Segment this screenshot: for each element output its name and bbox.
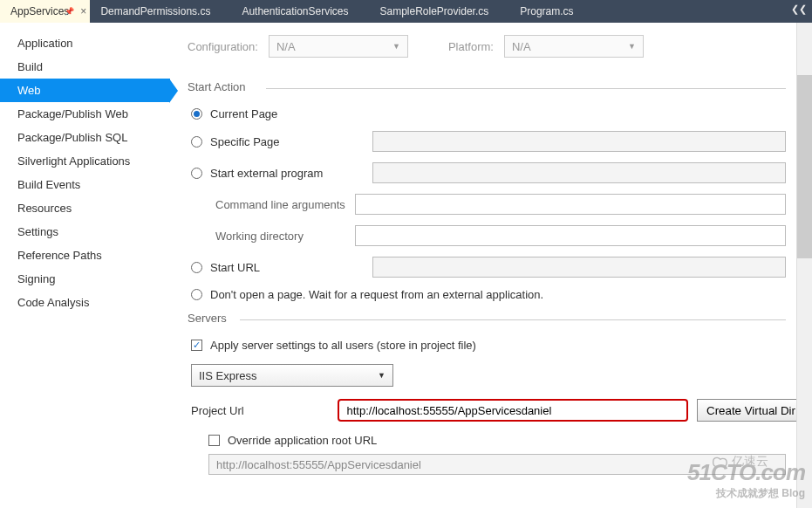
radio-dont-open-label: Don't open a page. Wait for a request fr… <box>210 288 543 301</box>
sidebar-item-code-analysis[interactable]: Code Analysis <box>0 291 170 314</box>
tab-label: DemandPermissions.cs <box>100 5 210 17</box>
create-virtual-directory-button[interactable]: Create Virtual Dir <box>697 399 805 422</box>
chevron-down-icon: ▼ <box>392 42 400 51</box>
specific-page-input[interactable] <box>372 131 786 152</box>
radio-specific-page-label: Specific Page <box>210 135 372 148</box>
document-tab-strip: AppServices 📌 × DemandPermissions.cs Aut… <box>0 0 812 23</box>
servers-heading: Servers <box>188 312 786 326</box>
tab-label: SampleRoleProvider.cs <box>380 5 489 17</box>
platform-label: Platform: <box>448 40 494 53</box>
cmdline-args-label: Command line arguments <box>215 198 355 211</box>
sidebar-item-web[interactable]: Web <box>0 79 170 102</box>
tab-program[interactable]: Program.cs <box>509 0 594 23</box>
tab-overflow-icon[interactable]: ❮❮ <box>791 3 807 15</box>
sidebar-item-package-publish-web[interactable]: Package/Publish Web <box>0 102 170 126</box>
tab-authenticationservices[interactable]: AuthenticationServices <box>231 0 369 23</box>
apply-server-settings-checkbox[interactable]: ✓ <box>191 340 202 351</box>
property-pages-sidebar: Application Build Web Package/Publish We… <box>0 23 170 508</box>
sidebar-item-resources[interactable]: Resources <box>0 196 170 220</box>
radio-start-external-label: Start external program <box>210 167 372 180</box>
sidebar-item-settings[interactable]: Settings <box>0 220 170 244</box>
sidebar-item-reference-paths[interactable]: Reference Paths <box>0 244 170 267</box>
radio-dont-open[interactable] <box>191 289 202 300</box>
radio-current-page-label: Current Page <box>210 107 277 120</box>
tab-sampleroleprovider[interactable]: SampleRoleProvider.cs <box>370 0 510 23</box>
sidebar-item-silverlight[interactable]: Silverlight Applications <box>0 149 170 173</box>
radio-start-external[interactable] <box>191 168 202 179</box>
project-url-label: Project Url <box>191 404 338 417</box>
scrollbar-thumb[interactable] <box>797 75 812 258</box>
radio-start-url-label: Start URL <box>210 261 372 274</box>
tab-label: Program.cs <box>520 5 573 17</box>
radio-start-url[interactable] <box>191 262 202 273</box>
platform-dropdown: N/A▼ <box>504 35 644 58</box>
chevron-down-icon: ▼ <box>378 371 386 380</box>
apply-server-settings-label: Apply server settings to all users (stor… <box>210 339 476 352</box>
sidebar-item-signing[interactable]: Signing <box>0 267 170 291</box>
sidebar-item-package-publish-sql[interactable]: Package/Publish SQL <box>0 126 170 149</box>
radio-specific-page[interactable] <box>191 136 202 148</box>
radio-current-page[interactable] <box>191 108 202 120</box>
pin-icon[interactable]: 📌 <box>65 7 74 16</box>
server-type-dropdown[interactable]: IIS Express ▼ <box>191 364 393 387</box>
sidebar-item-build-events[interactable]: Build Events <box>0 173 170 196</box>
override-root-url-input[interactable]: http://localhost:55555/AppServicesdaniel <box>208 454 786 475</box>
tab-demandpermissions[interactable]: DemandPermissions.cs <box>90 0 231 23</box>
start-url-input[interactable] <box>372 257 786 278</box>
sidebar-item-application[interactable]: Application <box>0 31 170 55</box>
vertical-scrollbar[interactable] <box>796 23 812 508</box>
project-url-input[interactable] <box>338 399 688 422</box>
working-dir-label: Working directory <box>215 230 355 243</box>
sidebar-item-build[interactable]: Build <box>0 55 170 79</box>
chevron-down-icon: ▼ <box>628 42 636 51</box>
cmdline-args-input[interactable] <box>355 194 786 215</box>
web-properties-panel: Configuration: N/A▼ Platform: N/A▼ Start… <box>170 23 812 508</box>
working-dir-input[interactable] <box>355 225 786 246</box>
override-root-url-label: Override application root URL <box>228 434 377 447</box>
tab-label: AppServices <box>10 5 69 17</box>
configuration-label: Configuration: <box>188 40 258 53</box>
tab-label: AuthenticationServices <box>242 5 348 17</box>
external-program-input[interactable] <box>372 162 786 183</box>
tab-appservices[interactable]: AppServices 📌 × <box>0 0 90 23</box>
override-root-url-checkbox[interactable] <box>208 435 220 446</box>
close-icon[interactable]: × <box>80 5 86 17</box>
start-action-heading: Start Action <box>188 80 786 95</box>
configuration-dropdown: N/A▼ <box>269 35 408 58</box>
